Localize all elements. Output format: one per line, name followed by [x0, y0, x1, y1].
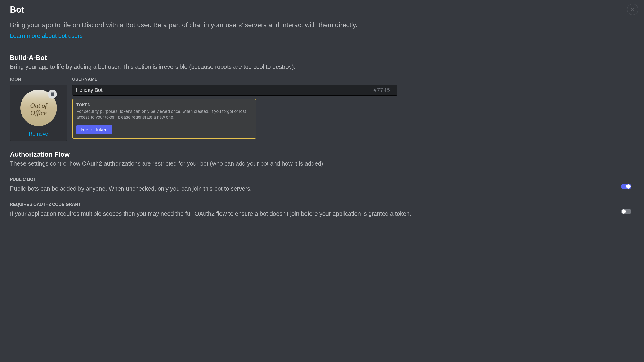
- reset-token-button[interactable]: Reset Token: [76, 125, 112, 134]
- page-subtitle: Bring your app to life on Discord with a…: [10, 20, 634, 29]
- remove-avatar-link[interactable]: Remove: [29, 131, 48, 137]
- token-label: TOKEN: [76, 103, 252, 107]
- avatar-text: Out of Office: [29, 102, 48, 117]
- authorization-description: These settings control how OAuth2 author…: [10, 160, 634, 167]
- public-bot-row: PUBLIC BOT Public bots can be added by a…: [10, 177, 634, 192]
- oauth-grant-description: If your application requires multiple sc…: [10, 210, 621, 217]
- public-bot-description: Public bots can be added by anyone. When…: [10, 185, 621, 192]
- discriminator: #7745: [367, 85, 397, 95]
- username-column: USERNAME #7745 TOKEN For security purpos…: [72, 77, 397, 141]
- page-title: Bot: [10, 5, 634, 15]
- upload-image-icon: [48, 90, 57, 99]
- icon-upload-box[interactable]: Out of Office Remove: [10, 85, 67, 141]
- icon-label: ICON: [10, 77, 67, 82]
- close-icon: [630, 7, 635, 12]
- username-label: USERNAME: [72, 77, 397, 82]
- build-a-bot-description: Bring your app to life by adding a bot u…: [10, 63, 634, 70]
- close-button[interactable]: [627, 4, 638, 15]
- token-description: For security purposes, tokens can only b…: [76, 109, 252, 120]
- authorization-section: Authorization Flow These settings contro…: [10, 151, 634, 217]
- public-bot-content: PUBLIC BOT Public bots can be added by a…: [10, 177, 621, 192]
- learn-more-link[interactable]: Learn more about bot users: [10, 32, 83, 39]
- icon-column: ICON Out of Office Remove: [10, 77, 67, 141]
- authorization-title: Authorization Flow: [10, 151, 634, 158]
- username-input[interactable]: [72, 85, 367, 96]
- token-box: TOKEN For security purposes, tokens can …: [72, 99, 256, 139]
- build-a-bot-title: Build-A-Bot: [10, 54, 634, 61]
- public-bot-toggle[interactable]: [621, 184, 631, 189]
- oauth-grant-toggle[interactable]: [621, 209, 631, 214]
- toggle-knob: [622, 209, 626, 214]
- username-input-wrapper: #7745: [72, 85, 397, 96]
- avatar-wrapper: Out of Office: [20, 90, 57, 126]
- public-bot-label: PUBLIC BOT: [10, 177, 621, 182]
- oauth-grant-label: REQUIRES OAUTH2 CODE GRANT: [10, 202, 621, 207]
- oauth-grant-content: REQUIRES OAUTH2 CODE GRANT If your appli…: [10, 202, 621, 217]
- toggle-knob: [626, 184, 630, 189]
- oauth-grant-row: REQUIRES OAUTH2 CODE GRANT If your appli…: [10, 202, 634, 217]
- bot-config-row: ICON Out of Office Remove USERNAME #7745…: [10, 77, 634, 141]
